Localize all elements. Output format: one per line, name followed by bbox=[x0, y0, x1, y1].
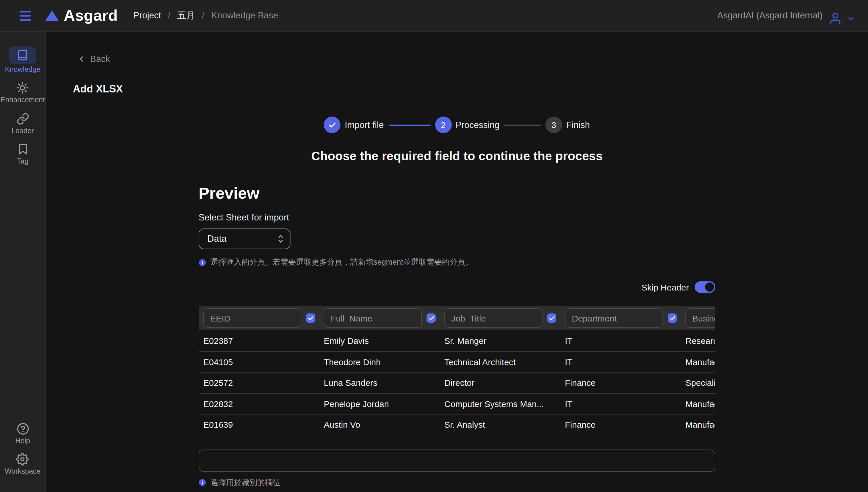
step-import-file: Import file bbox=[324, 117, 384, 133]
table-row: E02572Luna SandersDirectorFinanceSpecial… bbox=[199, 372, 715, 393]
brand-logo[interactable]: Asgard bbox=[45, 7, 118, 24]
skip-header-row: Skip Header bbox=[199, 281, 715, 293]
section-heading: Choose the required field to continue th… bbox=[46, 148, 868, 164]
table-body: E02387Emily DavisSr. MangerITResearchE04… bbox=[199, 330, 715, 435]
stepper: Import file 2 Processing 3 Finish bbox=[46, 117, 868, 133]
gear-icon bbox=[16, 453, 29, 466]
step-3-label: Finish bbox=[566, 120, 590, 130]
step-2-circle: 2 bbox=[435, 117, 451, 133]
sidebar-label-loader: Loader bbox=[11, 127, 34, 135]
table-row: E02387Emily DavisSr. MangerITResearch bbox=[199, 330, 715, 351]
table-cell: E04105 bbox=[199, 357, 319, 367]
identifier-field-input[interactable] bbox=[199, 449, 715, 472]
table-cell: Emily Davis bbox=[319, 336, 440, 346]
preview-title: Preview bbox=[199, 185, 715, 202]
sidebar: Knowledge Enhancement Loader Tag Help bbox=[0, 31, 46, 492]
table-cell: IT bbox=[560, 336, 681, 346]
table-row: E04105Theodore DinhTechnical ArchitectIT… bbox=[199, 351, 715, 372]
table-cell: E02572 bbox=[199, 378, 319, 388]
user-icon[interactable] bbox=[828, 11, 842, 25]
column-checkbox[interactable] bbox=[306, 314, 315, 323]
step-3-circle: 3 bbox=[545, 117, 562, 133]
sidebar-label-help: Help bbox=[15, 437, 30, 445]
select-arrows-icon bbox=[277, 234, 284, 243]
chevron-down-icon[interactable] bbox=[847, 14, 855, 23]
column-name-input[interactable]: Job_Title bbox=[444, 308, 543, 328]
table-cell: Sr. Analyst bbox=[440, 420, 560, 430]
breadcrumb-separator: / bbox=[168, 10, 171, 21]
table-cell: E02387 bbox=[199, 336, 319, 346]
help-icon bbox=[16, 422, 29, 435]
sidebar-item-tag[interactable]: Tag bbox=[16, 143, 29, 165]
sheet-select[interactable]: Data bbox=[199, 228, 291, 249]
info-icon bbox=[199, 479, 206, 486]
table-cell: Finance bbox=[560, 420, 681, 430]
back-label: Back bbox=[90, 54, 110, 64]
table-cell: Sr. Manger bbox=[440, 336, 560, 346]
identifier-hint-text: 選擇用於識別的欄位 bbox=[211, 477, 280, 488]
link-icon bbox=[16, 113, 29, 125]
preview-table: EEIDFull_NameJob_TitleDepartmentBusines … bbox=[199, 306, 715, 435]
sheet-hint-text: 選擇匯入的分頁。若需要選取更多分頁，請新增segment並選取需要的分頁。 bbox=[211, 257, 473, 268]
table-cell: Penelope Jordan bbox=[319, 399, 440, 409]
table-cell: Technical Architect bbox=[440, 357, 560, 367]
table-cell: E02832 bbox=[199, 399, 319, 409]
breadcrumb-folder[interactable]: 五月 bbox=[177, 9, 195, 22]
step-finish: 3 Finish bbox=[545, 117, 590, 133]
step-connector-upcoming bbox=[504, 124, 541, 125]
menu-icon[interactable] bbox=[20, 10, 31, 20]
account-area[interactable]: AsgardAI (Asgard Internal) bbox=[717, 6, 855, 25]
column-checkbox[interactable] bbox=[547, 314, 556, 323]
table-cell: Theodore Dinh bbox=[319, 357, 440, 367]
sheet-hint-row: 選擇匯入的分頁。若需要選取更多分頁，請新增segment並選取需要的分頁。 bbox=[199, 257, 715, 268]
sidebar-item-loader[interactable]: Loader bbox=[11, 113, 34, 135]
table-header-row: EEIDFull_NameJob_TitleDepartmentBusines bbox=[199, 306, 715, 330]
column-checkbox[interactable] bbox=[426, 314, 436, 323]
account-name: AsgardAI (Asgard Internal) bbox=[717, 10, 823, 21]
app-window: Asgard Project / 五月 / Knowledge Base Asg… bbox=[0, 0, 868, 492]
table-cell: Austin Vo bbox=[319, 420, 440, 430]
table-cell: Computer Systems Man... bbox=[440, 399, 560, 409]
bookmark-icon bbox=[16, 143, 29, 155]
column-checkbox[interactable] bbox=[668, 314, 677, 323]
sidebar-item-workspace[interactable]: Workspace bbox=[5, 453, 41, 475]
sidebar-label-enhancement: Enhancement bbox=[1, 96, 45, 104]
column-name-input[interactable]: Full_Name bbox=[324, 308, 422, 328]
breadcrumb-project[interactable]: Project bbox=[133, 10, 161, 21]
step-connector-done bbox=[388, 124, 430, 125]
table-cell: Manufactu bbox=[681, 399, 715, 409]
column-header-full_name: Full_Name bbox=[319, 308, 440, 328]
column-name-input[interactable]: EEID bbox=[203, 308, 301, 328]
top-bar: Asgard Project / 五月 / Knowledge Base Asg… bbox=[0, 0, 868, 31]
skip-header-label: Skip Header bbox=[642, 282, 689, 292]
step-2-label: Processing bbox=[455, 120, 499, 130]
main-content: Back Add XLSX Import file 2 Processing 3 bbox=[46, 31, 868, 492]
column-header-department: Department bbox=[560, 308, 681, 328]
column-name-input[interactable]: Department bbox=[565, 308, 663, 328]
table-cell: E01639 bbox=[199, 420, 319, 430]
table-cell: Manufactu bbox=[681, 420, 715, 430]
column-header-eeid: EEID bbox=[199, 308, 319, 328]
table-cell: Manufactu bbox=[681, 357, 715, 367]
table-cell: IT bbox=[560, 399, 681, 409]
sidebar-item-knowledge[interactable]: Knowledge bbox=[5, 47, 41, 73]
sheet-select-value: Data bbox=[207, 233, 277, 244]
sidebar-label-tag: Tag bbox=[17, 157, 28, 165]
page-title: Add XLSX bbox=[73, 82, 868, 96]
sidebar-item-help[interactable]: Help bbox=[15, 422, 30, 445]
skip-header-toggle[interactable] bbox=[695, 281, 715, 293]
back-button[interactable]: Back bbox=[77, 53, 868, 66]
column-header-busines: Busines bbox=[681, 308, 715, 328]
table-cell: IT bbox=[560, 357, 681, 367]
sidebar-item-enhancement[interactable]: Enhancement bbox=[1, 81, 45, 104]
column-name-input[interactable]: Busines bbox=[686, 308, 715, 328]
breadcrumb: Project / 五月 / Knowledge Base bbox=[133, 9, 278, 22]
book-icon bbox=[17, 49, 28, 61]
sun-icon bbox=[16, 81, 29, 94]
breadcrumb-separator: / bbox=[202, 10, 205, 21]
toggle-knob bbox=[705, 282, 714, 292]
sidebar-label-workspace: Workspace bbox=[5, 467, 41, 475]
table-row: E02832Penelope JordanComputer Systems Ma… bbox=[199, 393, 715, 414]
table-row: E01639Austin VoSr. AnalystFinanceManufac… bbox=[199, 414, 715, 435]
breadcrumb-current: Knowledge Base bbox=[211, 10, 278, 21]
